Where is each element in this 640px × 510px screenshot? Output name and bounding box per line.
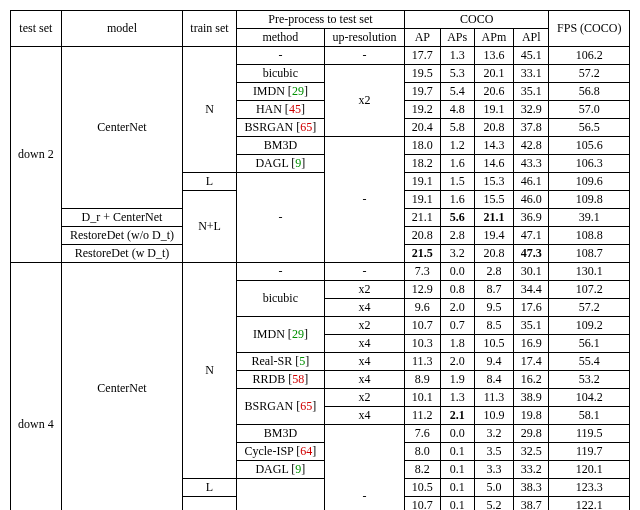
model-drcenter: D_r + CenterNet — [61, 209, 183, 227]
apm-cell: 15.3 — [474, 173, 513, 191]
fps-cell: 56.8 — [549, 83, 630, 101]
method-cell: bicubic — [236, 281, 324, 317]
method-cell: Real-SR [5] — [236, 353, 324, 371]
aps-cell: 5.6 — [440, 209, 474, 227]
apm-cell: 14.3 — [474, 137, 513, 155]
aps-cell: 2.0 — [440, 353, 474, 371]
h-fps: FPS (COCO) — [549, 11, 630, 47]
apm-cell: 20.8 — [474, 119, 513, 137]
aps-cell: 2.0 — [440, 299, 474, 317]
apm-cell: 11.3 — [474, 389, 513, 407]
fps-cell: 104.2 — [549, 389, 630, 407]
apl-cell: 32.9 — [514, 101, 549, 119]
upres-cell: x4 — [325, 371, 405, 389]
apl-cell: 38.7 — [514, 497, 549, 511]
method-cell: BSRGAN [65] — [236, 119, 324, 137]
aps-cell: 4.8 — [440, 101, 474, 119]
method-cell: Cycle-ISP [64] — [236, 443, 324, 461]
fps-cell: 56.5 — [549, 119, 630, 137]
aps-cell: 2.1 — [440, 407, 474, 425]
upres-cell: x4 — [325, 335, 405, 353]
apm-cell: 5.0 — [474, 479, 513, 497]
apl-cell: 36.9 — [514, 209, 549, 227]
apl-cell: 47.1 — [514, 227, 549, 245]
fps-cell: 57.2 — [549, 299, 630, 317]
apm-cell: 10.9 — [474, 407, 513, 425]
testset-d4: down 4 — [11, 263, 62, 511]
ap-cell: 19.7 — [405, 83, 440, 101]
aps-cell: 1.9 — [440, 371, 474, 389]
method-cell: - — [236, 479, 324, 511]
ap-cell: 9.6 — [405, 299, 440, 317]
aps-cell: 1.6 — [440, 191, 474, 209]
apl-cell: 46.0 — [514, 191, 549, 209]
fps-cell: 123.3 — [549, 479, 630, 497]
h-model: model — [61, 11, 183, 47]
aps-cell: 0.1 — [440, 497, 474, 511]
aps-cell: 1.3 — [440, 47, 474, 65]
ap-cell: 19.1 — [405, 191, 440, 209]
h-upres: up-resolution — [325, 29, 405, 47]
fps-cell: 109.2 — [549, 317, 630, 335]
fps-cell: 108.8 — [549, 227, 630, 245]
method-cell: BM3D — [236, 425, 324, 443]
upres-cell: x2 — [325, 281, 405, 299]
model-rdwo: RestoreDet (w/o D_t) — [61, 227, 183, 245]
method-cell: BSRGAN [65] — [236, 389, 324, 425]
method-cell: HAN [45] — [236, 101, 324, 119]
trainset-n: N — [183, 263, 236, 479]
ap-cell: 11.3 — [405, 353, 440, 371]
table-row: down 4 CenterNet N - - 7.3 0.0 2.8 30.1 … — [11, 263, 630, 281]
apm-cell: 13.6 — [474, 47, 513, 65]
ap-cell: 18.0 — [405, 137, 440, 155]
apl-cell: 42.8 — [514, 137, 549, 155]
apl-cell: 38.9 — [514, 389, 549, 407]
fps-cell: 57.0 — [549, 101, 630, 119]
ap-cell: 21.1 — [405, 209, 440, 227]
fps-cell: 39.1 — [549, 209, 630, 227]
ap-cell: 20.8 — [405, 227, 440, 245]
model-rdw: RestoreDet (w D_t) — [61, 245, 183, 263]
apl-cell: 35.1 — [514, 317, 549, 335]
apm-cell: 21.1 — [474, 209, 513, 227]
apl-cell: 43.3 — [514, 155, 549, 173]
aps-cell: 1.8 — [440, 335, 474, 353]
apm-cell: 20.1 — [474, 65, 513, 83]
testset-d2: down 2 — [11, 47, 62, 263]
apm-cell: 9.5 — [474, 299, 513, 317]
apm-cell: 2.8 — [474, 263, 513, 281]
fps-cell: 106.2 — [549, 47, 630, 65]
upres-cell: - — [325, 263, 405, 281]
fps-cell: 53.2 — [549, 371, 630, 389]
fps-cell: 106.3 — [549, 155, 630, 173]
results-table: test set model train set Pre-process to … — [10, 10, 630, 510]
apl-cell: 34.4 — [514, 281, 549, 299]
upres-cell: x4 — [325, 299, 405, 317]
h-aps: APs — [440, 29, 474, 47]
ap-cell: 17.7 — [405, 47, 440, 65]
apm-cell: 20.6 — [474, 83, 513, 101]
ap-cell: 19.1 — [405, 173, 440, 191]
method-cell: - — [236, 263, 324, 281]
fps-cell: 55.4 — [549, 353, 630, 371]
apm-cell: 9.4 — [474, 353, 513, 371]
ap-cell: 12.9 — [405, 281, 440, 299]
upres-cell: x4 — [325, 407, 405, 425]
aps-cell: 5.4 — [440, 83, 474, 101]
h-coco: COCO — [405, 11, 549, 29]
ap-cell: 21.5 — [405, 245, 440, 263]
fps-cell: 120.1 — [549, 461, 630, 479]
ap-cell: 8.2 — [405, 461, 440, 479]
aps-cell: 2.8 — [440, 227, 474, 245]
apl-cell: 30.1 — [514, 263, 549, 281]
h-method: method — [236, 29, 324, 47]
apl-cell: 33.1 — [514, 65, 549, 83]
ap-cell: 7.3 — [405, 263, 440, 281]
apl-cell: 47.3 — [514, 245, 549, 263]
fps-cell: 109.8 — [549, 191, 630, 209]
method-cell: IMDN [29] — [236, 83, 324, 101]
ap-cell: 19.5 — [405, 65, 440, 83]
apm-cell: 3.5 — [474, 443, 513, 461]
aps-cell: 0.1 — [440, 443, 474, 461]
method-cell: - — [236, 47, 324, 65]
